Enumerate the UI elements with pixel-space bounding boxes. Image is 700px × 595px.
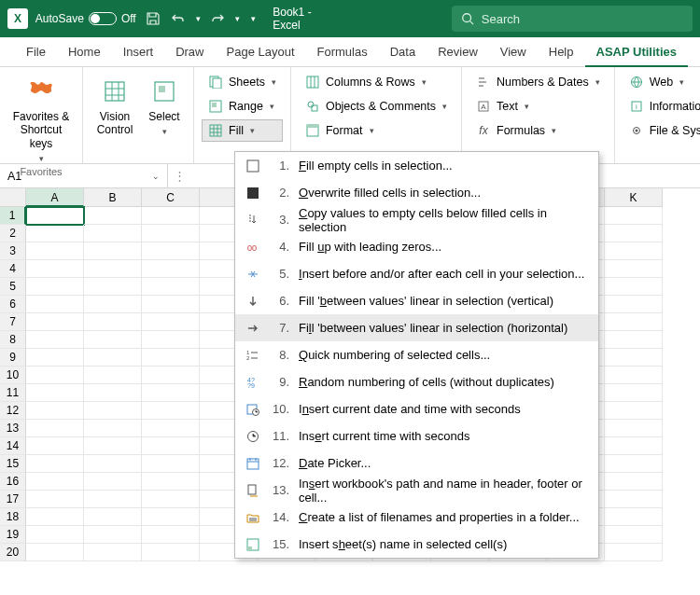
cell[interactable] xyxy=(142,349,200,367)
cell[interactable] xyxy=(142,331,200,349)
row-header[interactable]: 12 xyxy=(0,402,26,420)
column-header[interactable]: C xyxy=(142,188,200,207)
cell[interactable] xyxy=(84,526,142,544)
tab-review[interactable]: Review xyxy=(427,37,489,67)
cell[interactable] xyxy=(26,313,84,331)
tab-formulas[interactable]: Formulas xyxy=(306,37,379,67)
cell[interactable] xyxy=(26,260,84,278)
menu-item[interactable]: 004.Fill up with leading zeros... xyxy=(235,233,598,260)
cell[interactable] xyxy=(605,225,663,242)
row-header[interactable]: 18 xyxy=(0,508,26,526)
row-header[interactable]: 4 xyxy=(0,260,26,278)
range-button[interactable]: Range▾ xyxy=(202,95,283,118)
tab-view[interactable]: View xyxy=(489,37,538,67)
cell[interactable] xyxy=(26,455,84,473)
row-header[interactable]: 5 xyxy=(0,278,26,296)
cell[interactable] xyxy=(142,544,200,561)
cell[interactable] xyxy=(605,207,663,225)
numbers-dates-button[interactable]: Numbers & Dates▾ xyxy=(469,71,607,93)
tab-draw[interactable]: Draw xyxy=(164,37,215,67)
cell[interactable] xyxy=(142,491,200,508)
row-header[interactable]: 13 xyxy=(0,420,26,437)
menu-item[interactable]: 14.Create a list of filenames and proper… xyxy=(235,504,598,531)
cell[interactable] xyxy=(26,296,84,313)
cell[interactable] xyxy=(142,402,200,420)
cell[interactable] xyxy=(605,455,663,473)
cell[interactable] xyxy=(84,349,142,367)
cell[interactable] xyxy=(605,367,663,384)
menu-item[interactable]: 6.Fill 'between values' linear in select… xyxy=(235,287,598,314)
select-all-corner[interactable] xyxy=(0,188,26,207)
cell[interactable] xyxy=(142,384,200,402)
cell[interactable] xyxy=(142,526,200,544)
cell[interactable] xyxy=(142,367,200,384)
favorites-button[interactable]: Favorites & Shortcut keys▾ xyxy=(7,71,75,164)
web-button[interactable]: Web▾ xyxy=(623,71,700,93)
tab-help[interactable]: Help xyxy=(538,37,585,67)
chevron-down-icon[interactable]: ▾ xyxy=(235,14,240,23)
cell[interactable] xyxy=(26,508,84,526)
chevron-down-icon[interactable]: ▾ xyxy=(196,14,201,23)
cell[interactable] xyxy=(84,278,142,296)
row-header[interactable]: 15 xyxy=(0,455,26,473)
save-icon[interactable] xyxy=(144,9,162,28)
cell[interactable] xyxy=(605,384,663,402)
menu-item[interactable]: 4??99.Random numbering of cells (without… xyxy=(235,368,598,395)
cell[interactable] xyxy=(142,278,200,296)
row-header[interactable]: 6 xyxy=(0,296,26,313)
cell[interactable] xyxy=(605,242,663,260)
columns-rows-button[interactable]: Columns & Rows▾ xyxy=(299,71,454,93)
cell[interactable] xyxy=(605,278,663,296)
cell[interactable] xyxy=(26,207,84,225)
cell[interactable] xyxy=(26,473,84,491)
cell[interactable] xyxy=(142,420,200,437)
menu-item[interactable]: 15.Insert sheet(s) name in selected cell… xyxy=(235,531,598,558)
tab-page-layout[interactable]: Page Layout xyxy=(216,37,306,67)
autosave-toggle[interactable]: AutoSave Off xyxy=(35,12,136,25)
format-button[interactable]: Format▾ xyxy=(299,119,454,142)
cell[interactable] xyxy=(605,526,663,544)
cell[interactable] xyxy=(84,473,142,491)
cell[interactable] xyxy=(84,296,142,313)
cell[interactable] xyxy=(142,242,200,260)
objects-comments-button[interactable]: Objects & Comments▾ xyxy=(299,95,454,118)
menu-item[interactable]: 11.Insert current time with seconds xyxy=(235,422,598,450)
row-header[interactable]: 17 xyxy=(0,491,26,508)
cell[interactable] xyxy=(84,260,142,278)
row-header[interactable]: 9 xyxy=(0,349,26,367)
cell[interactable] xyxy=(605,491,663,508)
cell[interactable] xyxy=(605,313,663,331)
formula-menu-icon[interactable]: ⋮ xyxy=(168,169,191,183)
qat-customize-icon[interactable]: ▾ xyxy=(251,14,256,23)
row-header[interactable]: 19 xyxy=(0,526,26,544)
cell[interactable] xyxy=(142,207,200,225)
cell[interactable] xyxy=(605,473,663,491)
cell[interactable] xyxy=(142,225,200,242)
cell[interactable] xyxy=(26,384,84,402)
cell[interactable] xyxy=(142,313,200,331)
file-system-button[interactable]: File & System xyxy=(623,119,700,142)
cell[interactable] xyxy=(84,313,142,331)
redo-icon[interactable] xyxy=(208,9,227,28)
column-header[interactable]: K xyxy=(605,188,663,207)
cell[interactable] xyxy=(142,455,200,473)
cell[interactable] xyxy=(142,437,200,455)
tab-data[interactable]: Data xyxy=(379,37,427,67)
cell[interactable] xyxy=(605,402,663,420)
tab-file[interactable]: File xyxy=(15,37,57,67)
tab-home[interactable]: Home xyxy=(57,37,112,67)
menu-item[interactable]: 10.Insert current date and time with sec… xyxy=(235,395,598,422)
cell[interactable] xyxy=(26,242,84,260)
text-button[interactable]: AText▾ xyxy=(469,95,607,118)
cell[interactable] xyxy=(84,384,142,402)
cell[interactable] xyxy=(26,544,84,561)
cell[interactable] xyxy=(142,260,200,278)
menu-item[interactable]: 1.Fill empty cells in selection... xyxy=(235,152,598,179)
cell[interactable] xyxy=(605,296,663,313)
column-header[interactable]: A xyxy=(26,188,84,207)
cell[interactable] xyxy=(605,508,663,526)
cell[interactable] xyxy=(84,242,142,260)
toggle-switch[interactable] xyxy=(89,12,117,25)
cell[interactable] xyxy=(26,420,84,437)
cell[interactable] xyxy=(605,331,663,349)
